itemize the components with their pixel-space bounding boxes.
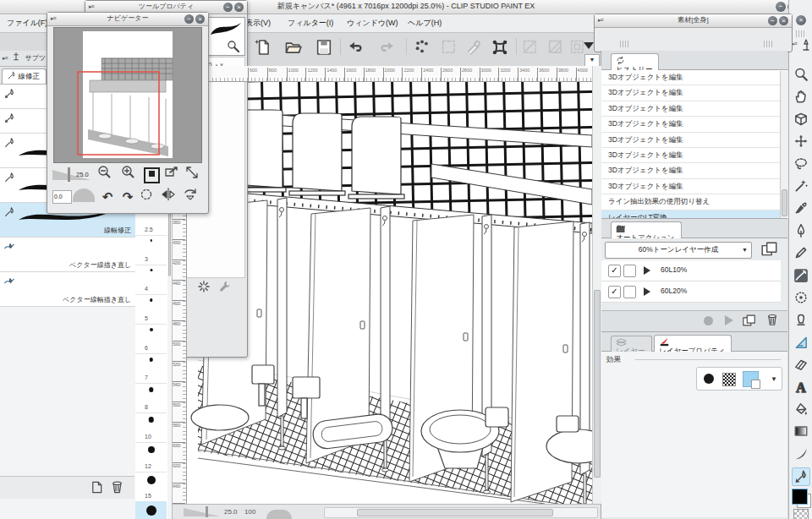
action-enabled-checkbox[interactable]: ✓: [608, 286, 621, 298]
brush-tool-icon[interactable]: [793, 267, 809, 284]
reset-view-icon[interactable]: [183, 187, 201, 205]
eyedropper-tool-icon[interactable]: [793, 199, 809, 216]
canvas-vertical-scrollbar[interactable]: [592, 66, 601, 504]
delete-action-icon[interactable]: [765, 313, 779, 327]
expand-action-icon[interactable]: [644, 266, 650, 275]
action-enabled-checkbox[interactable]: ✓: [608, 265, 621, 277]
subtool-item[interactable]: ベクター線描き直し: [0, 238, 135, 272]
close-icon[interactable]: ×: [195, 14, 205, 24]
nav-zoom-slider-handle[interactable]: [68, 167, 70, 182]
new-subtool-icon[interactable]: [90, 480, 104, 494]
redo-icon[interactable]: [377, 38, 396, 57]
minimize-icon[interactable]: −: [776, 2, 786, 12]
status-pressure-curve[interactable]: [266, 510, 292, 519]
action-dialog-checkbox[interactable]: [623, 265, 636, 277]
menu-help[interactable]: ヘルプ(H): [404, 17, 445, 30]
rotate-right-icon[interactable]: ↷: [118, 188, 137, 206]
eraser-tool-icon[interactable]: [793, 356, 809, 373]
select-area-icon[interactable]: [440, 38, 458, 57]
gradient-tool-icon[interactable]: [793, 423, 809, 440]
zoom-in-icon[interactable]: [120, 165, 139, 183]
new-action-set-icon[interactable]: [760, 241, 779, 258]
history-item[interactable]: 3Dオブジェクトを編集: [601, 85, 787, 101]
tone-effect-icon[interactable]: [722, 373, 736, 386]
undo-icon[interactable]: [347, 38, 365, 57]
history-item[interactable]: 3Dオブジェクトを編集: [601, 70, 787, 85]
open-file-icon[interactable]: [284, 38, 303, 57]
panel-menu-icon[interactable]: ▸≡: [598, 14, 603, 26]
brush-size-item[interactable]: 7: [135, 353, 167, 384]
deselect-icon[interactable]: [413, 38, 431, 57]
toolbar-overflow-icon[interactable]: [584, 42, 594, 49]
reset-rotation-icon[interactable]: [139, 187, 157, 205]
brush-size-item[interactable]: 8: [135, 383, 167, 413]
decoration-tool-icon[interactable]: [793, 311, 809, 328]
save-icon[interactable]: [315, 38, 333, 57]
actual-size-icon[interactable]: [184, 165, 203, 183]
menu-window[interactable]: ウィンドウ(W): [343, 17, 402, 30]
action-dialog-checkbox[interactable]: [623, 286, 636, 298]
panel-menu-icon[interactable]: ▸≡: [3, 55, 8, 61]
subtool-item[interactable]: ベクター線幅描き直し: [0, 272, 135, 307]
delete-subtool-icon[interactable]: [110, 480, 124, 494]
wrench-icon[interactable]: [218, 280, 232, 293]
snap-icon[interactable]: [465, 38, 484, 57]
chevron-down-icon[interactable]: ▼: [771, 375, 777, 383]
new-file-icon[interactable]: [254, 38, 272, 57]
history-item[interactable]: 3Dオブジェクトを編集: [601, 133, 787, 148]
canvas-horizontal-scrollbar[interactable]: [324, 507, 598, 518]
auto-select-tool-icon[interactable]: [793, 178, 809, 194]
subtool-group-tab[interactable]: 線修正: [2, 68, 47, 84]
status-zoom-handle[interactable]: [206, 506, 208, 517]
flip-horizontal-icon[interactable]: [161, 187, 179, 205]
move-tool-icon[interactable]: [793, 133, 809, 150]
zoom-tool-icon[interactable]: [793, 66, 809, 83]
history-item[interactable]: 3Dオブジェクトを編集: [601, 163, 787, 178]
fit-area-icon[interactable]: [164, 165, 183, 183]
fit-screen-icon[interactable]: [142, 166, 161, 184]
pencil-tool-icon[interactable]: [793, 244, 809, 261]
foreground-color-swatch[interactable]: [792, 489, 808, 505]
history-item[interactable]: 3Dオブジェクトを編集: [601, 179, 787, 194]
selection-tool-icon[interactable]: [793, 156, 809, 172]
action-set-select[interactable]: 60%トーンレイヤー作成 ▼: [605, 242, 752, 259]
figure-tool-icon[interactable]: [793, 334, 809, 351]
history-item[interactable]: 3Dオブジェクトを編集: [601, 117, 787, 132]
layer-color-icon[interactable]: [743, 371, 759, 387]
mesh-transform-icon[interactable]: [491, 38, 509, 57]
history-item[interactable]: 3Dオブジェクトを編集: [601, 148, 787, 163]
effect-icon[interactable]: [197, 280, 211, 293]
navigator-header[interactable]: ▸≡ ナビゲーター −×: [47, 13, 208, 26]
status-zoom-slider[interactable]: [184, 508, 221, 516]
material-header[interactable]: ▸≡ 素材[全身] −×: [595, 14, 792, 28]
canvas-view-menu-icon[interactable]: ▼: [584, 54, 600, 67]
menu-file[interactable]: ファイル(F): [3, 17, 51, 30]
duplicate-action-icon[interactable]: [742, 314, 757, 328]
brush-size-item[interactable]: 12: [135, 442, 167, 473]
line-correct-tool-icon[interactable]: [792, 467, 810, 486]
brush-size-item[interactable]: 15: [135, 472, 167, 502]
brush-size-item[interactable]: 10: [135, 412, 167, 443]
panel-menu-icon[interactable]: ▸≡: [51, 13, 56, 25]
close-icon[interactable]: ×: [234, 3, 244, 12]
collapse-icon[interactable]: −: [768, 16, 777, 25]
navigator-viewport[interactable]: [53, 27, 202, 163]
tone-disabled-icon[interactable]: [546, 38, 565, 57]
text-tool-icon[interactable]: A: [793, 379, 809, 396]
action-item[interactable]: ✓60L20%: [601, 281, 781, 303]
border-effect-icon[interactable]: [704, 374, 714, 384]
rule-disabled-icon[interactable]: [521, 38, 540, 57]
brush-size-item[interactable]: 4: [135, 265, 167, 295]
fill-tool-icon[interactable]: [793, 401, 809, 418]
rotate-left-icon[interactable]: ↶: [98, 188, 117, 206]
play-icon[interactable]: [725, 315, 733, 325]
hand-tool-icon[interactable]: [793, 88, 809, 105]
panel-menu-icon[interactable]: ▸≡: [89, 1, 94, 13]
close-icon[interactable]: ×: [796, 15, 806, 25]
operate-tool-icon[interactable]: [793, 111, 809, 128]
history-item[interactable]: レイヤーのLT変換: [601, 210, 787, 219]
brush-size-item[interactable]: [135, 501, 167, 519]
history-item[interactable]: 3Dオブジェクトを編集: [601, 101, 787, 117]
pen-tool-icon[interactable]: [793, 222, 809, 239]
airbrush-tool-icon[interactable]: [793, 289, 809, 306]
